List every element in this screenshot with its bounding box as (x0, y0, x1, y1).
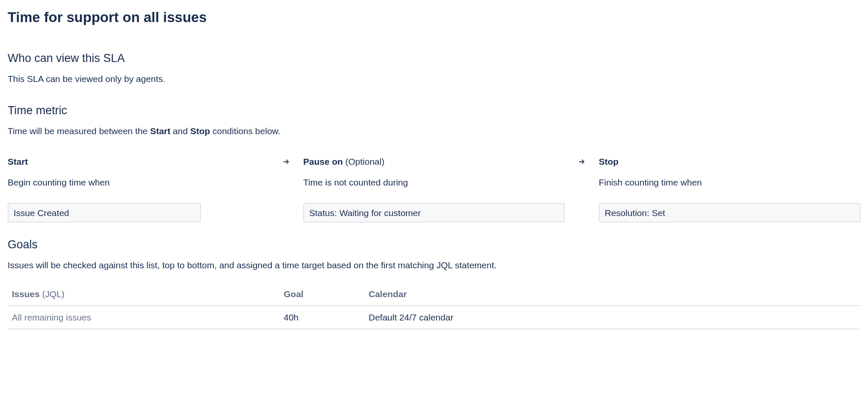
pause-label: Pause on (Optional) (303, 155, 565, 168)
goals-table: Issues (JQL) Goal Calendar All remaining… (8, 283, 860, 330)
arrow-right-icon (269, 155, 303, 166)
issues-jql-header: Issues (JQL) (12, 288, 284, 300)
view-sla-description: This SLA can be viewed only by agents. (8, 73, 860, 85)
pause-column: Pause on (Optional) Time is not counted … (303, 155, 565, 223)
calendar-header: Calendar (369, 288, 856, 300)
start-column: Start Begin counting time when Issue Cre… (8, 155, 269, 223)
stop-condition-input[interactable]: Resolution: Set (599, 203, 860, 222)
time-metric-description: Time will be measured between the Start … (8, 125, 860, 137)
stop-label: Stop (599, 155, 860, 168)
table-row[interactable]: All remaining issues 40h Default 24/7 ca… (8, 306, 860, 329)
goals-table-header: Issues (JQL) Goal Calendar (8, 283, 860, 306)
start-sublabel: Begin counting time when (8, 176, 269, 188)
view-sla-heading: Who can view this SLA (8, 51, 860, 67)
calendar-cell: Default 24/7 calendar (369, 311, 856, 323)
arrow-right-icon (565, 155, 599, 166)
time-metric-heading: Time metric (8, 103, 860, 119)
start-condition-input[interactable]: Issue Created (8, 203, 201, 222)
page-title: Time for support on all issues (8, 8, 860, 27)
pause-sublabel: Time is not counted during (303, 176, 565, 188)
issues-cell: All remaining issues (12, 311, 284, 323)
goals-description: Issues will be checked against this list… (8, 259, 860, 271)
pause-condition-input[interactable]: Status: Waiting for customer (303, 203, 565, 222)
stop-column: Stop Finish counting time when Resolutio… (599, 155, 860, 223)
goal-header: Goal (284, 288, 369, 300)
time-metric-columns: Start Begin counting time when Issue Cre… (8, 155, 860, 223)
stop-sublabel: Finish counting time when (599, 176, 860, 188)
start-label: Start (8, 155, 269, 168)
goal-cell: 40h (284, 311, 369, 323)
goals-heading: Goals (8, 237, 860, 253)
